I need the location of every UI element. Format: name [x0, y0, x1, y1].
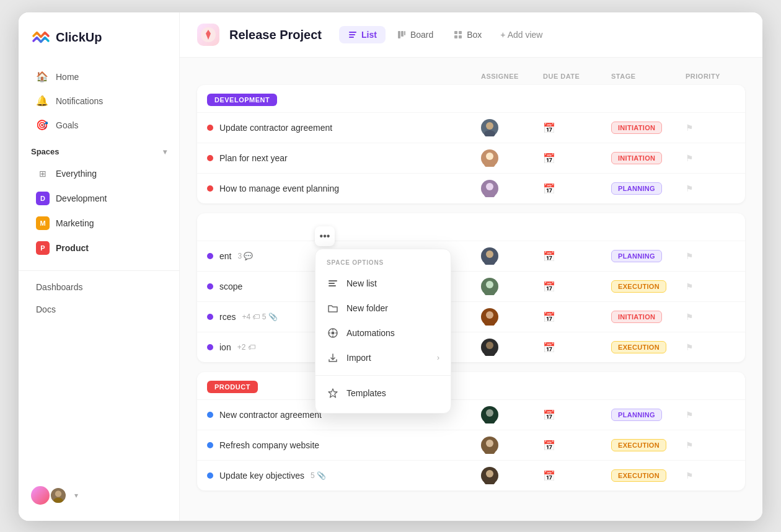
menu-item-import-label: Import: [346, 353, 371, 363]
table-row[interactable]: How to manage event planning 📅 PLANNING …: [197, 173, 745, 203]
svg-point-28: [486, 409, 493, 417]
sidebar-item-dashboards[interactable]: Dashboards: [24, 276, 174, 298]
svg-point-24: [486, 311, 493, 319]
tab-list[interactable]: List: [339, 26, 386, 43]
svg-rect-36: [329, 285, 336, 286]
tab-box[interactable]: Box: [444, 26, 490, 43]
menu-item-templates[interactable]: Templates: [315, 381, 451, 406]
priority-cell: ⚑: [686, 184, 735, 193]
due-date-cell: 📅: [543, 342, 611, 353]
context-menu: SPACE OPTIONS New list: [315, 249, 451, 414]
task-dot-icon: [207, 314, 213, 320]
stage-badge: EXECUTION: [611, 341, 666, 353]
assignee-cell: [481, 247, 498, 265]
assignee-cell: [481, 308, 498, 326]
svg-rect-9: [404, 31, 405, 35]
sidebar-item-product[interactable]: P Product: [24, 236, 174, 260]
assignee-avatar: [481, 278, 498, 295]
product-avatar: P: [36, 241, 50, 255]
three-dots-button[interactable]: •••: [315, 226, 335, 246]
priority-cell: ⚑: [686, 440, 735, 450]
col-duedate: DUE DATE: [543, 73, 611, 80]
svg-point-26: [486, 342, 493, 349]
menu-item-left: Templates: [327, 387, 386, 399]
task-dot-icon: [207, 155, 213, 161]
table-row[interactable]: ion +2 🏷 📅 EXECUTION ⚑: [197, 332, 745, 362]
new-folder-icon: [327, 302, 339, 314]
svg-point-16: [486, 153, 493, 160]
tab-board[interactable]: Board: [388, 26, 442, 43]
task-label: Update contractor agreement: [219, 123, 332, 133]
sidebar-item-development[interactable]: D Development: [24, 186, 174, 211]
section-label-product: PRODUCT: [207, 381, 258, 393]
task-name: Update key objectives 5 📎: [207, 471, 481, 481]
svg-point-20: [486, 250, 493, 258]
due-date-cell: 📅: [543, 311, 611, 323]
stage-cell: PLANNING: [611, 182, 686, 195]
stage-badge: INITIATION: [611, 122, 662, 134]
svg-point-15: [484, 130, 495, 136]
table-row[interactable]: Refresh company website 📅 EXECUTION ⚑: [197, 430, 745, 460]
stage-badge: PLANNING: [611, 182, 662, 195]
sidebar-item-goals[interactable]: 🎯 Goals: [24, 113, 174, 137]
task-extras: 5 📎: [311, 471, 326, 480]
assignee-avatar: [481, 437, 498, 454]
menu-item-left: Automations: [327, 327, 395, 339]
spaces-chevron-icon[interactable]: ▾: [163, 148, 167, 156]
table-row[interactable]: Update key objectives 5 📎 📅 EXECUTION ⚑: [197, 460, 745, 490]
table-row[interactable]: scope 📅 EXECUTION ⚑: [197, 271, 745, 301]
svg-point-14: [486, 122, 493, 130]
assignee-avatar: [481, 467, 498, 484]
table-row[interactable]: Plan for next year 📅 INITIATION ⚑: [197, 143, 745, 173]
task-dot-icon: [207, 283, 213, 290]
priority-cell: ⚑: [686, 471, 735, 481]
development-label: Development: [56, 193, 107, 203]
svg-rect-6: [349, 37, 354, 38]
add-view-button[interactable]: + Add view: [493, 26, 550, 43]
sidebar-item-home[interactable]: 🏠 Home: [24, 64, 174, 89]
user-profile[interactable]: ▾: [19, 480, 179, 511]
menu-item-new-folder[interactable]: New folder: [315, 296, 451, 321]
svg-point-19: [484, 191, 495, 197]
sidebar-item-everything[interactable]: ⊞ Everything: [24, 161, 174, 186]
table-row[interactable]: Update contractor agreement 📅 INITIATION…: [197, 112, 745, 143]
menu-item-new-folder-label: New folder: [346, 303, 388, 313]
automations-icon: [327, 327, 339, 339]
menu-item-automations[interactable]: Automations: [315, 321, 451, 345]
menu-item-automations-label: Automations: [346, 328, 395, 338]
due-date-cell: 📅: [543, 122, 611, 134]
svg-rect-11: [459, 31, 462, 34]
assignee-cell: [481, 119, 498, 136]
stage-cell: INITIATION: [611, 152, 686, 164]
product-label: Product: [56, 243, 89, 253]
sidebar-item-notifications[interactable]: 🔔 Notifications: [24, 89, 174, 113]
menu-item-new-list-label: New list: [346, 278, 377, 288]
logo-area: ClickUp: [19, 27, 179, 62]
svg-rect-10: [454, 31, 457, 34]
assignee-cell: [481, 437, 498, 454]
tab-board-label: Board: [410, 30, 433, 40]
menu-item-templates-label: Templates: [346, 388, 386, 398]
menu-item-import[interactable]: Import ›: [315, 345, 451, 370]
assignee-cell: [481, 467, 498, 484]
col-stage: STAGE: [611, 73, 686, 80]
assignee-avatar: [481, 339, 498, 356]
development-avatar: D: [36, 192, 50, 205]
menu-item-new-list[interactable]: New list: [315, 271, 451, 296]
goals-icon: 🎯: [36, 119, 48, 131]
task-name: Update contractor agreement: [207, 123, 481, 133]
sidebar-item-marketing[interactable]: M Marketing: [24, 211, 174, 236]
table-row[interactable]: ent 3 💬 📅 PLANNING ⚑: [197, 241, 745, 271]
table-row[interactable]: New contractor agreement 📅 PLANNING ⚑: [197, 399, 745, 430]
task-dot-icon: [207, 472, 213, 479]
assignee-avatar: [481, 247, 498, 265]
priority-cell: ⚑: [686, 410, 735, 420]
section-marketing: MARKETING ent 3 💬 📅 P: [197, 213, 745, 362]
main-area-wrapper: Release Project List Board Box: [180, 12, 762, 521]
task-name: Refresh company website: [207, 440, 481, 450]
table-row[interactable]: rces +4 🏷 5 📎 📅 INITIATION ⚑: [197, 301, 745, 332]
sidebar-item-docs[interactable]: Docs: [24, 298, 174, 321]
stage-cell: EXECUTION: [611, 341, 686, 353]
priority-cell: ⚑: [686, 342, 735, 352]
task-extras: +2 🏷: [237, 343, 255, 352]
